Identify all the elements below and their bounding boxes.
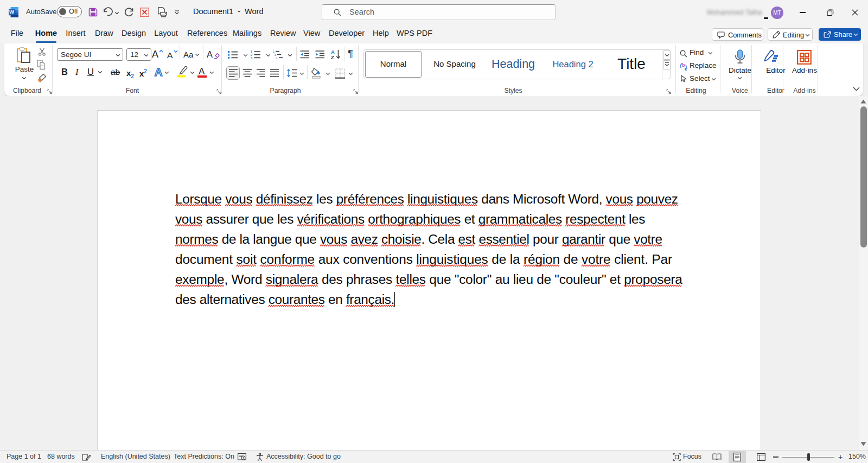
svg-text:i: i [276, 56, 277, 59]
svg-text:3: 3 [251, 56, 252, 59]
svg-text:Z: Z [331, 54, 334, 60]
svg-text:A: A [154, 66, 162, 78]
svg-text:W: W [9, 9, 14, 15]
